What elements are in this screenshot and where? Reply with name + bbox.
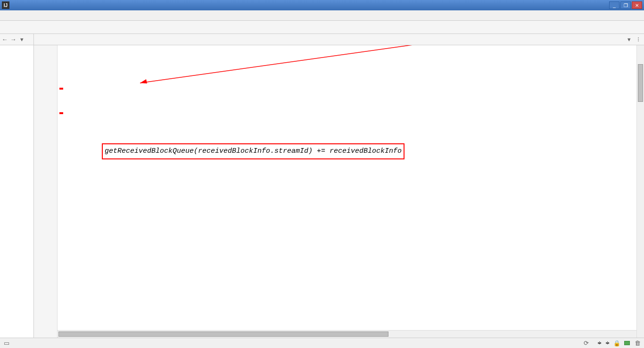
minimize-button[interactable]: _ — [609, 1, 619, 9]
code-line-104 — [59, 315, 644, 327]
code-line-85 — [59, 82, 644, 94]
code-line-89 — [59, 131, 644, 143]
code-line-87 — [59, 107, 644, 119]
code-line-93 — [59, 180, 644, 192]
code-line-98 — [59, 241, 644, 254]
sync-icon[interactable]: ⟳ — [582, 340, 590, 347]
scrollbar-thumb[interactable] — [58, 331, 388, 337]
code-line-86 — [59, 94, 644, 107]
code-line-95 — [59, 205, 644, 217]
code-line-102 — [59, 290, 644, 303]
code-line-103 — [59, 303, 644, 315]
titlebar: IJ _ ❐ ✕ — [0, 0, 644, 10]
code-line-88 — [59, 119, 644, 131]
nav-buttons: ← → ▾ — [0, 34, 34, 45]
lock-icon[interactable]: 🔒 — [613, 340, 620, 347]
forward-icon[interactable]: → — [9, 36, 17, 43]
editor-tabs — [34, 34, 623, 45]
back-icon[interactable]: ← — [1, 36, 8, 43]
code-line-97 — [59, 229, 644, 241]
indicators-icon[interactable] — [624, 341, 630, 345]
encoding[interactable]: ≑ — [605, 340, 610, 346]
code-line-90: getReceivedBlockQueue(receivedBlockInfo.… — [59, 143, 644, 156]
maximize-button[interactable]: ❐ — [620, 1, 631, 9]
line-ending[interactable]: ≑ — [597, 340, 602, 346]
menubar — [0, 10, 644, 21]
code-line-92 — [59, 168, 644, 180]
statusbar: ▭ ⟳ ≑ ≑ 🔒 🗑 — [0, 338, 644, 348]
vertical-scrollbar[interactable] — [636, 45, 644, 338]
tabstrip-right: ▾ ⁝ — [623, 36, 644, 43]
code-line-100 — [59, 266, 644, 278]
down-icon[interactable]: ▾ — [18, 36, 25, 43]
code-content: getReceivedBlockQueue(receivedBlockInfo.… — [58, 45, 644, 327]
main-area: getReceivedBlockQueue(receivedBlockInfo.… — [0, 45, 644, 338]
sub-toolbar: ← → ▾ ▾ ⁝ — [0, 34, 644, 45]
app-icon: IJ — [2, 1, 9, 9]
status-icon[interactable]: ▭ — [3, 340, 10, 347]
close-button[interactable]: ✕ — [632, 1, 642, 9]
line-number-gutter — [34, 45, 58, 338]
code-editor[interactable]: getReceivedBlockQueue(receivedBlockInfo.… — [58, 45, 644, 338]
scrollbar-thumb[interactable] — [638, 64, 643, 102]
trash-icon[interactable]: 🗑 — [634, 340, 641, 347]
tabs-dropdown-icon[interactable]: ▾ — [625, 36, 633, 43]
window-buttons: _ ❐ ✕ — [609, 1, 642, 9]
code-line-99 — [59, 254, 644, 266]
code-line-94 — [59, 192, 644, 205]
code-line-101 — [59, 278, 644, 290]
code-line-96 — [59, 217, 644, 229]
tabs-menu-icon[interactable]: ⁝ — [635, 36, 642, 43]
project-tree[interactable] — [0, 45, 34, 338]
breadcrumb-toolbar — [0, 21, 644, 34]
horizontal-scrollbar[interactable] — [58, 330, 636, 338]
